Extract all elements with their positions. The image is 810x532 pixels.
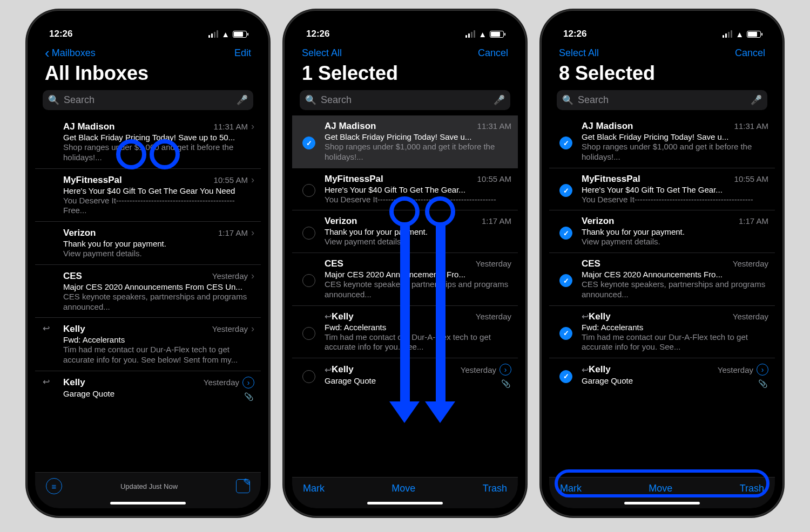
checkmark-checked-icon[interactable]: ✓ — [559, 184, 572, 197]
email-row[interactable]: ↩KellyYesterday›Garage Quote📎 — [35, 371, 261, 404]
email-row[interactable]: CESYesterday›Major CES 2020 Announcement… — [35, 264, 261, 318]
toolbar-status: Updated Just Now — [62, 482, 236, 490]
home-indicator[interactable] — [624, 502, 700, 504]
email-subject: Fwd: Accelerants — [582, 323, 768, 332]
battery-icon — [233, 31, 247, 38]
email-subject: Garage Quote — [582, 376, 768, 385]
checkmark-unchecked-icon[interactable] — [302, 327, 315, 340]
move-button[interactable]: Move — [392, 483, 415, 494]
email-timestamp: 11:31 AM — [214, 122, 248, 131]
email-row[interactable]: ✓CESYesterdayMajor CES 2020 Announcement… — [549, 253, 775, 305]
checkmark-checked-icon[interactable]: ✓ — [559, 274, 572, 287]
clock: 12:26 — [306, 29, 329, 39]
mark-button[interactable]: Mark — [560, 483, 582, 494]
email-list[interactable]: ✓AJ Madison11:31 AMGet Black Friday Pric… — [549, 115, 775, 391]
email-subject: Garage Quote — [63, 389, 254, 398]
email-timestamp: Yesterday — [476, 259, 511, 268]
email-row[interactable]: ↩ KellyYesterdayFwd: AccelerantsTim had … — [292, 305, 518, 358]
search-input[interactable]: 🔍 Search 🎤 — [557, 90, 767, 110]
checkmark-unchecked-icon[interactable] — [302, 184, 315, 197]
email-row[interactable]: AJ Madison11:31 AM›Get Black Friday Pric… — [35, 115, 261, 168]
email-row[interactable]: MyFitnessPal10:55 AM›Here's Your $40 Gif… — [35, 168, 261, 222]
chevron-right-icon: › — [251, 121, 254, 132]
chevron-right-icon: › — [251, 227, 254, 238]
cellular-icon — [465, 30, 475, 38]
back-mailboxes-link[interactable]: ‹ Mailboxes — [45, 47, 96, 59]
email-row[interactable]: ↩ KellyYesterday›Garage Quote📎 — [292, 358, 518, 391]
email-subject: Here's Your $40 Gift To Get The Gear... — [325, 185, 511, 194]
checkmark-unchecked-icon[interactable] — [302, 227, 315, 240]
email-row[interactable]: ✓AJ Madison11:31 AMGet Black Friday Pric… — [549, 115, 775, 168]
page-title: 1 Selected — [292, 61, 518, 90]
chevron-right-icon: › — [251, 174, 254, 186]
email-subject: Thank you for your payment. — [325, 227, 511, 236]
email-timestamp: 10:55 AM — [214, 175, 248, 185]
email-subject: Thank you for your payment. — [63, 239, 254, 248]
dictation-icon[interactable]: 🎤 — [237, 94, 248, 106]
email-subject: Here's Your $40 Gift To Get The Gear You… — [63, 186, 254, 195]
email-preview: View payment details. — [325, 237, 511, 247]
email-subject: Get Black Friday Pricing Today! Save u..… — [582, 132, 768, 141]
home-indicator[interactable] — [367, 502, 443, 504]
email-row[interactable]: Verizon1:17 AM›Thank you for your paymen… — [35, 221, 261, 264]
select-all-button[interactable]: Select All — [302, 47, 342, 59]
wifi-icon: ▲ — [221, 30, 230, 39]
email-row[interactable]: ✓Verizon1:17 AMThank you for your paymen… — [549, 210, 775, 253]
edit-button[interactable]: Edit — [234, 47, 251, 59]
checkmark-unchecked-icon[interactable] — [302, 274, 315, 287]
search-input[interactable]: 🔍 Search 🎤 — [43, 90, 253, 110]
checkmark-checked-icon[interactable]: ✓ — [302, 137, 315, 149]
trash-button[interactable]: Trash — [740, 483, 764, 494]
search-icon: 🔍 — [562, 94, 573, 106]
email-row[interactable]: ✓AJ Madison11:31 AMGet Black Friday Pric… — [292, 115, 518, 168]
email-row[interactable]: ✓↩ KellyYesterdayFwd: AccelerantsTim had… — [549, 305, 775, 358]
thread-badge-icon: › — [500, 364, 511, 376]
chevron-left-icon: ‹ — [45, 50, 50, 57]
reply-arrow-icon: ↩ — [325, 311, 332, 322]
search-placeholder: Search — [64, 94, 232, 106]
reply-arrow-icon: ↩ — [582, 365, 589, 375]
cancel-button[interactable]: Cancel — [735, 47, 765, 59]
email-row[interactable]: MyFitnessPal10:55 AMHere's Your $40 Gift… — [292, 168, 518, 210]
mark-button[interactable]: Mark — [303, 483, 325, 494]
email-preview: View payment details. — [63, 249, 254, 259]
email-preview: Tim had me contact our Dur-A-Flex tech t… — [582, 332, 768, 353]
home-indicator[interactable] — [110, 502, 186, 504]
move-button[interactable]: Move — [649, 483, 672, 494]
email-row[interactable]: ↩KellyYesterday›Fwd: AccelerantsTim had … — [35, 317, 261, 371]
thread-badge-icon: › — [242, 377, 254, 388]
reply-arrow-icon: ↩ — [43, 377, 50, 386]
checkmark-checked-icon[interactable]: ✓ — [559, 327, 572, 340]
email-row[interactable]: CESYesterdayMajor CES 2020 Announcements… — [292, 253, 518, 305]
email-row[interactable]: ✓↩ KellyYesterday›Garage Quote📎 — [549, 358, 775, 391]
filter-button[interactable]: ≡ — [46, 478, 62, 494]
email-sender: Verizon — [63, 228, 96, 238]
checkmark-checked-icon[interactable]: ✓ — [559, 370, 572, 383]
reply-arrow-icon: ↩ — [325, 365, 332, 375]
email-preview: CES keynote speakers, partnerships and p… — [63, 292, 254, 312]
email-preview: Shop ranges under $1,000 and get it befo… — [63, 142, 254, 163]
email-sender: Kelly — [63, 377, 85, 388]
phone-2: 12:26 ▲ Select All Cancel 1 Selected 🔍 S… — [284, 10, 526, 517]
checkmark-checked-icon[interactable]: ✓ — [559, 137, 572, 149]
search-input[interactable]: 🔍 Search 🎤 — [300, 90, 510, 110]
email-row[interactable]: ✓MyFitnessPal10:55 AMHere's Your $40 Gif… — [549, 168, 775, 210]
email-list[interactable]: ✓AJ Madison11:31 AMGet Black Friday Pric… — [292, 115, 518, 391]
checkmark-checked-icon[interactable]: ✓ — [559, 227, 572, 240]
email-row[interactable]: Verizon1:17 AMThank you for your payment… — [292, 210, 518, 253]
wifi-icon: ▲ — [735, 30, 744, 39]
checkmark-unchecked-icon[interactable] — [302, 370, 315, 383]
dictation-icon[interactable]: 🎤 — [494, 94, 505, 106]
email-preview: Shop ranges under $1,000 and get it befo… — [325, 142, 511, 162]
email-subject: Major CES 2020 Announcements Fro... — [325, 270, 511, 279]
email-sender: Kelly — [589, 364, 611, 375]
trash-button[interactable]: Trash — [483, 483, 507, 494]
attachment-icon: 📎 — [758, 379, 767, 388]
email-sender: CES — [63, 271, 82, 282]
email-list[interactable]: AJ Madison11:31 AM›Get Black Friday Pric… — [35, 115, 261, 404]
select-all-button[interactable]: Select All — [559, 47, 599, 59]
compose-button[interactable] — [236, 479, 250, 493]
cancel-button[interactable]: Cancel — [478, 47, 508, 59]
dictation-icon[interactable]: 🎤 — [751, 94, 762, 106]
email-preview: You Deserve It--------------------------… — [63, 196, 254, 216]
